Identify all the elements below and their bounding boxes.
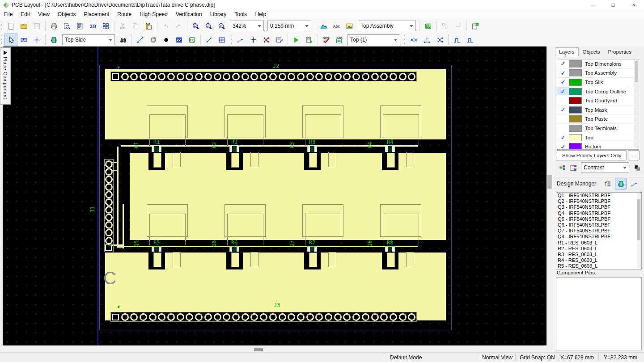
- move-ratline-button[interactable]: [247, 34, 260, 46]
- pad[interactable]: [268, 312, 278, 321]
- zoom-previous-button[interactable]: [215, 20, 228, 32]
- single-pulse-button[interactable]: [450, 34, 463, 46]
- component-list-item[interactable]: Q2 - IRF540NSTRLPBF: [556, 198, 641, 204]
- pad[interactable]: [213, 312, 222, 321]
- pad-hole[interactable]: [105, 160, 113, 168]
- layer-row-top-assembly[interactable]: ✓Top Assembly: [557, 69, 639, 78]
- layer-color-swatch[interactable]: [569, 69, 582, 76]
- layer-color-swatch[interactable]: [569, 88, 582, 95]
- pad[interactable]: [333, 312, 343, 321]
- pad[interactable]: [305, 312, 315, 321]
- menu-placement[interactable]: Placement: [80, 10, 114, 18]
- show-priority-layers-button[interactable]: Show Priority Layers Only: [557, 150, 627, 160]
- layer-setup-button[interactable]: [568, 162, 579, 173]
- trace[interactable]: [121, 246, 418, 247]
- pad[interactable]: [203, 312, 213, 321]
- connector-J2[interactable]: [110, 72, 417, 81]
- pad[interactable]: [278, 312, 287, 321]
- pad[interactable]: [389, 312, 398, 321]
- place-pad-button[interactable]: [160, 34, 173, 46]
- place-origin-button[interactable]: [30, 34, 43, 46]
- meander-button[interactable]: [420, 34, 433, 46]
- layer-color-swatch[interactable]: [569, 106, 582, 114]
- layer-color-swatch[interactable]: [569, 115, 582, 122]
- pad[interactable]: [268, 72, 278, 81]
- component-pins-list[interactable]: [556, 277, 642, 350]
- pad[interactable]: [194, 72, 203, 81]
- pad[interactable]: [148, 312, 157, 321]
- place-trace-button[interactable]: [134, 34, 147, 46]
- pulse-response-button[interactable]: [463, 34, 476, 46]
- zoom-window-button[interactable]: [189, 20, 202, 32]
- pad-hole[interactable]: [105, 168, 113, 176]
- component-list-item[interactable]: Q3 - IRF540NSTRLPBF: [556, 204, 641, 210]
- panel-tab-layers[interactable]: Layers: [555, 47, 579, 57]
- component-R4[interactable]: [385, 146, 395, 152]
- menu-high-speed[interactable]: High Speed: [136, 10, 172, 18]
- canvas-horizontal-scrollbar[interactable]: [0, 345, 547, 353]
- pad-outline[interactable]: [250, 252, 258, 267]
- pad[interactable]: [305, 72, 315, 81]
- pad[interactable]: [166, 312, 176, 321]
- vscroll-thumb[interactable]: [547, 175, 552, 189]
- net-manager-button[interactable]: [273, 34, 286, 46]
- pad-outline[interactable]: [328, 252, 336, 267]
- layer-row-top-silk[interactable]: ✓Top Silk: [557, 78, 639, 87]
- pad[interactable]: [379, 72, 389, 81]
- nets-view-button[interactable]: [628, 178, 640, 189]
- layer-color-swatch[interactable]: [569, 143, 582, 150]
- run-drc-button[interactable]: DRC: [320, 34, 333, 46]
- contrast-mode-button[interactable]: [631, 162, 643, 173]
- pad[interactable]: [194, 312, 203, 321]
- drc-setup-button[interactable]: DRC: [333, 34, 346, 46]
- trace[interactable]: [123, 204, 124, 248]
- through-pad[interactable]: [309, 153, 317, 168]
- run-autorouter-button[interactable]: [290, 34, 303, 46]
- pad-hole[interactable]: [105, 237, 113, 244]
- pad[interactable]: [222, 72, 231, 81]
- differential-pairs-button[interactable]: [407, 34, 420, 46]
- place-copper-pour-button[interactable]: [173, 34, 186, 46]
- layer-visibility-checkbox[interactable]: ✓: [557, 79, 569, 85]
- component-list-item[interactable]: Q4 - IRF540NSTRLPBF: [556, 210, 641, 216]
- layer-visibility-checkbox[interactable]: ✓: [557, 70, 569, 76]
- pad[interactable]: [129, 312, 139, 321]
- pad[interactable]: [370, 312, 380, 321]
- layer-row-top-dimensions[interactable]: ✓Top Dimensions: [557, 59, 639, 69]
- pad[interactable]: [139, 72, 148, 81]
- through-pad[interactable]: [153, 153, 161, 168]
- component-R3[interactable]: [307, 146, 317, 152]
- component-list-item[interactable]: Q7 - IRF540NSTRLPBF: [556, 228, 641, 234]
- pad[interactable]: [222, 312, 231, 321]
- pad-hole[interactable]: [105, 214, 113, 221]
- component-list-item[interactable]: Q5 - IRF540NSTRLPBF: [556, 216, 641, 222]
- through-pad[interactable]: [153, 253, 161, 267]
- through-pad[interactable]: [231, 253, 239, 267]
- toolbar-grip[interactable]: [1, 34, 3, 45]
- pad[interactable]: [231, 72, 241, 81]
- pad[interactable]: [352, 312, 361, 321]
- pad[interactable]: [343, 72, 352, 81]
- pad[interactable]: [250, 72, 259, 81]
- place-board-outline-button[interactable]: [186, 34, 199, 46]
- layers-list[interactable]: ✓Top Dimensions✓Top Assembly✓Top Silk✓To…: [557, 59, 639, 150]
- components-view-button[interactable]: [615, 178, 627, 189]
- add-layer-button[interactable]: [556, 162, 568, 173]
- pad-hole[interactable]: [105, 198, 113, 206]
- pad[interactable]: [213, 72, 222, 81]
- pad[interactable]: [203, 72, 213, 81]
- layer-row-bottom[interactable]: ✓Bottom: [557, 142, 639, 150]
- component-list-item[interactable]: Q8 - IRF540NSTRLPBF: [556, 234, 641, 240]
- pad[interactable]: [111, 312, 120, 321]
- 3d-preview-button[interactable]: 3D: [86, 20, 99, 32]
- autorouter-setup-button[interactable]: [303, 34, 316, 46]
- print-preview-button[interactable]: [60, 20, 73, 32]
- trace[interactable]: [117, 246, 123, 248]
- menu-verification[interactable]: Verification: [172, 10, 206, 18]
- pad-outline[interactable]: [173, 252, 181, 267]
- pad[interactable]: [398, 72, 407, 81]
- place-via-button[interactable]: [147, 34, 160, 46]
- place-text-button[interactable]: Abc: [330, 20, 343, 32]
- pad-outline[interactable]: [250, 152, 258, 167]
- pad[interactable]: [259, 312, 268, 321]
